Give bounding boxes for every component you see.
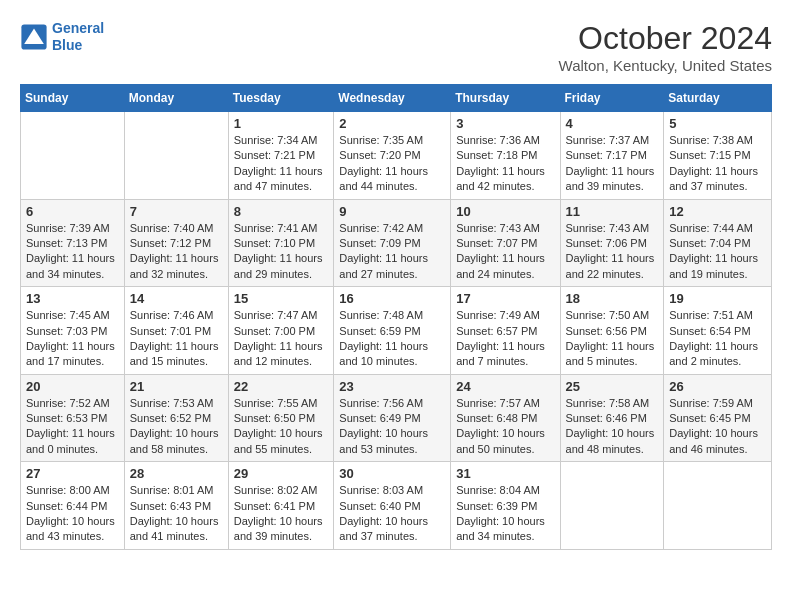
calendar-week-5: 27Sunrise: 8:00 AMSunset: 6:44 PMDayligh… bbox=[21, 462, 772, 550]
calendar-cell: 5Sunrise: 7:38 AMSunset: 7:15 PMDaylight… bbox=[664, 112, 772, 200]
calendar-cell bbox=[560, 462, 664, 550]
calendar-cell: 20Sunrise: 7:52 AMSunset: 6:53 PMDayligh… bbox=[21, 374, 125, 462]
header-day-friday: Friday bbox=[560, 85, 664, 112]
logo-text: General Blue bbox=[52, 20, 104, 54]
logo-line2: Blue bbox=[52, 37, 82, 53]
calendar-week-3: 13Sunrise: 7:45 AMSunset: 7:03 PMDayligh… bbox=[21, 287, 772, 375]
day-number: 12 bbox=[669, 204, 766, 219]
day-number: 13 bbox=[26, 291, 119, 306]
day-info: Sunrise: 7:48 AMSunset: 6:59 PMDaylight:… bbox=[339, 308, 445, 370]
calendar-cell: 3Sunrise: 7:36 AMSunset: 7:18 PMDaylight… bbox=[451, 112, 560, 200]
day-number: 22 bbox=[234, 379, 329, 394]
header-row: SundayMondayTuesdayWednesdayThursdayFrid… bbox=[21, 85, 772, 112]
calendar-cell: 25Sunrise: 7:58 AMSunset: 6:46 PMDayligh… bbox=[560, 374, 664, 462]
day-number: 14 bbox=[130, 291, 223, 306]
calendar-week-4: 20Sunrise: 7:52 AMSunset: 6:53 PMDayligh… bbox=[21, 374, 772, 462]
day-info: Sunrise: 7:34 AMSunset: 7:21 PMDaylight:… bbox=[234, 133, 329, 195]
calendar-week-1: 1Sunrise: 7:34 AMSunset: 7:21 PMDaylight… bbox=[21, 112, 772, 200]
calendar-cell: 18Sunrise: 7:50 AMSunset: 6:56 PMDayligh… bbox=[560, 287, 664, 375]
day-number: 24 bbox=[456, 379, 554, 394]
day-number: 2 bbox=[339, 116, 445, 131]
header-day-sunday: Sunday bbox=[21, 85, 125, 112]
page-header: General Blue October 2024 Walton, Kentuc… bbox=[20, 20, 772, 74]
calendar-cell: 2Sunrise: 7:35 AMSunset: 7:20 PMDaylight… bbox=[334, 112, 451, 200]
day-info: Sunrise: 7:59 AMSunset: 6:45 PMDaylight:… bbox=[669, 396, 766, 458]
day-info: Sunrise: 7:58 AMSunset: 6:46 PMDaylight:… bbox=[566, 396, 659, 458]
calendar-cell: 23Sunrise: 7:56 AMSunset: 6:49 PMDayligh… bbox=[334, 374, 451, 462]
calendar-cell: 15Sunrise: 7:47 AMSunset: 7:00 PMDayligh… bbox=[228, 287, 334, 375]
month-title: October 2024 bbox=[559, 20, 772, 57]
calendar-cell: 31Sunrise: 8:04 AMSunset: 6:39 PMDayligh… bbox=[451, 462, 560, 550]
day-info: Sunrise: 7:42 AMSunset: 7:09 PMDaylight:… bbox=[339, 221, 445, 283]
day-info: Sunrise: 7:37 AMSunset: 7:17 PMDaylight:… bbox=[566, 133, 659, 195]
header-day-saturday: Saturday bbox=[664, 85, 772, 112]
day-number: 26 bbox=[669, 379, 766, 394]
day-number: 7 bbox=[130, 204, 223, 219]
day-info: Sunrise: 7:40 AMSunset: 7:12 PMDaylight:… bbox=[130, 221, 223, 283]
day-number: 5 bbox=[669, 116, 766, 131]
day-number: 6 bbox=[26, 204, 119, 219]
calendar-cell: 1Sunrise: 7:34 AMSunset: 7:21 PMDaylight… bbox=[228, 112, 334, 200]
calendar-cell: 8Sunrise: 7:41 AMSunset: 7:10 PMDaylight… bbox=[228, 199, 334, 287]
day-info: Sunrise: 7:43 AMSunset: 7:06 PMDaylight:… bbox=[566, 221, 659, 283]
calendar-cell: 10Sunrise: 7:43 AMSunset: 7:07 PMDayligh… bbox=[451, 199, 560, 287]
calendar-cell: 24Sunrise: 7:57 AMSunset: 6:48 PMDayligh… bbox=[451, 374, 560, 462]
day-info: Sunrise: 7:52 AMSunset: 6:53 PMDaylight:… bbox=[26, 396, 119, 458]
calendar-header: SundayMondayTuesdayWednesdayThursdayFrid… bbox=[21, 85, 772, 112]
calendar-cell: 30Sunrise: 8:03 AMSunset: 6:40 PMDayligh… bbox=[334, 462, 451, 550]
calendar-cell: 27Sunrise: 8:00 AMSunset: 6:44 PMDayligh… bbox=[21, 462, 125, 550]
calendar-cell: 4Sunrise: 7:37 AMSunset: 7:17 PMDaylight… bbox=[560, 112, 664, 200]
calendar-cell: 28Sunrise: 8:01 AMSunset: 6:43 PMDayligh… bbox=[124, 462, 228, 550]
day-number: 31 bbox=[456, 466, 554, 481]
day-info: Sunrise: 7:53 AMSunset: 6:52 PMDaylight:… bbox=[130, 396, 223, 458]
day-number: 19 bbox=[669, 291, 766, 306]
day-info: Sunrise: 8:04 AMSunset: 6:39 PMDaylight:… bbox=[456, 483, 554, 545]
calendar-cell bbox=[664, 462, 772, 550]
calendar-cell: 22Sunrise: 7:55 AMSunset: 6:50 PMDayligh… bbox=[228, 374, 334, 462]
day-info: Sunrise: 7:35 AMSunset: 7:20 PMDaylight:… bbox=[339, 133, 445, 195]
calendar-cell: 12Sunrise: 7:44 AMSunset: 7:04 PMDayligh… bbox=[664, 199, 772, 287]
calendar-cell bbox=[21, 112, 125, 200]
calendar-cell: 6Sunrise: 7:39 AMSunset: 7:13 PMDaylight… bbox=[21, 199, 125, 287]
day-info: Sunrise: 7:38 AMSunset: 7:15 PMDaylight:… bbox=[669, 133, 766, 195]
logo: General Blue bbox=[20, 20, 104, 54]
day-info: Sunrise: 7:47 AMSunset: 7:00 PMDaylight:… bbox=[234, 308, 329, 370]
day-info: Sunrise: 8:00 AMSunset: 6:44 PMDaylight:… bbox=[26, 483, 119, 545]
day-number: 9 bbox=[339, 204, 445, 219]
day-number: 20 bbox=[26, 379, 119, 394]
header-day-monday: Monday bbox=[124, 85, 228, 112]
day-number: 8 bbox=[234, 204, 329, 219]
day-number: 18 bbox=[566, 291, 659, 306]
day-info: Sunrise: 8:01 AMSunset: 6:43 PMDaylight:… bbox=[130, 483, 223, 545]
header-day-wednesday: Wednesday bbox=[334, 85, 451, 112]
day-number: 29 bbox=[234, 466, 329, 481]
day-info: Sunrise: 8:03 AMSunset: 6:40 PMDaylight:… bbox=[339, 483, 445, 545]
title-block: October 2024 Walton, Kentucky, United St… bbox=[559, 20, 772, 74]
day-info: Sunrise: 7:55 AMSunset: 6:50 PMDaylight:… bbox=[234, 396, 329, 458]
day-info: Sunrise: 7:49 AMSunset: 6:57 PMDaylight:… bbox=[456, 308, 554, 370]
day-number: 23 bbox=[339, 379, 445, 394]
day-number: 11 bbox=[566, 204, 659, 219]
calendar-cell: 9Sunrise: 7:42 AMSunset: 7:09 PMDaylight… bbox=[334, 199, 451, 287]
day-info: Sunrise: 7:44 AMSunset: 7:04 PMDaylight:… bbox=[669, 221, 766, 283]
day-info: Sunrise: 7:57 AMSunset: 6:48 PMDaylight:… bbox=[456, 396, 554, 458]
calendar-cell: 16Sunrise: 7:48 AMSunset: 6:59 PMDayligh… bbox=[334, 287, 451, 375]
day-number: 4 bbox=[566, 116, 659, 131]
day-number: 30 bbox=[339, 466, 445, 481]
calendar-cell: 14Sunrise: 7:46 AMSunset: 7:01 PMDayligh… bbox=[124, 287, 228, 375]
calendar-cell: 11Sunrise: 7:43 AMSunset: 7:06 PMDayligh… bbox=[560, 199, 664, 287]
day-number: 16 bbox=[339, 291, 445, 306]
day-info: Sunrise: 7:36 AMSunset: 7:18 PMDaylight:… bbox=[456, 133, 554, 195]
day-info: Sunrise: 7:56 AMSunset: 6:49 PMDaylight:… bbox=[339, 396, 445, 458]
logo-line1: General bbox=[52, 20, 104, 36]
calendar-cell: 17Sunrise: 7:49 AMSunset: 6:57 PMDayligh… bbox=[451, 287, 560, 375]
day-info: Sunrise: 8:02 AMSunset: 6:41 PMDaylight:… bbox=[234, 483, 329, 545]
day-number: 3 bbox=[456, 116, 554, 131]
day-number: 27 bbox=[26, 466, 119, 481]
calendar-cell: 21Sunrise: 7:53 AMSunset: 6:52 PMDayligh… bbox=[124, 374, 228, 462]
location: Walton, Kentucky, United States bbox=[559, 57, 772, 74]
day-number: 15 bbox=[234, 291, 329, 306]
calendar-cell: 29Sunrise: 8:02 AMSunset: 6:41 PMDayligh… bbox=[228, 462, 334, 550]
day-number: 25 bbox=[566, 379, 659, 394]
calendar-cell: 26Sunrise: 7:59 AMSunset: 6:45 PMDayligh… bbox=[664, 374, 772, 462]
